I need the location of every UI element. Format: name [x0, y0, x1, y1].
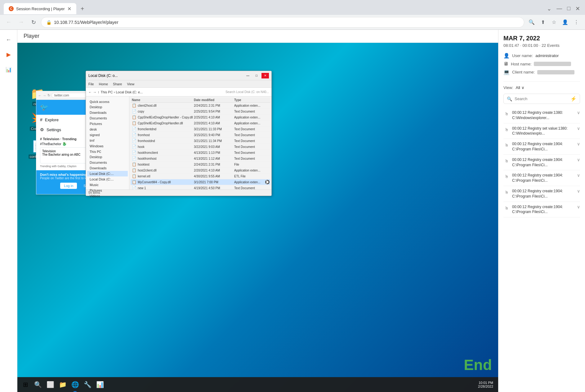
event-item-6[interactable]: 🖱 00:00:12 Registry create:1904: C:\Prog…	[503, 186, 580, 202]
fe-file-type: Application exten...	[234, 116, 271, 119]
fe-file-type: ETL File	[234, 175, 271, 178]
fe-sidebar-signed[interactable]: signed	[87, 132, 128, 138]
event-search-input[interactable]	[515, 96, 568, 101]
fe-sidebar-windows[interactable]: Windows	[87, 143, 128, 149]
fe-file-row-selected[interactable]: 📋MyConvertM4 - Copy.dll 3/1/2021 7:00 PM…	[131, 179, 270, 185]
fe-file-row[interactable]: 📄hookfromhost4/13/2021 1:12 AMText Docum…	[131, 156, 270, 162]
fe-sidebar-tmf[interactable]: tmf	[87, 138, 128, 143]
fe-file-date: 2/25/2021 9:54 PM	[194, 110, 234, 113]
fe-file-row[interactable]: 📋CppShellExtDragDropHandler.dll2/20/2021…	[131, 120, 270, 126]
taskbar-task-view[interactable]: ⬜	[45, 379, 56, 390]
twitter-browser-forward[interactable]: →	[43, 94, 46, 97]
new-tab-button[interactable]: +	[78, 4, 87, 14]
window-minimize-button[interactable]: —	[555, 4, 563, 13]
fe-sidebar-desk[interactable]: desk	[87, 127, 128, 132]
fe-restore-button[interactable]: □	[253, 73, 260, 78]
client-value-blurred	[537, 70, 574, 74]
window-close-button[interactable]: ✕	[574, 4, 581, 13]
event-expand-icon[interactable]: ∨	[577, 204, 580, 215]
file-dll-icon: 📋	[132, 168, 136, 172]
fe-sidebar-downloads[interactable]: Downloads	[87, 110, 128, 115]
twitter-browser-refresh[interactable]: ↻	[47, 93, 50, 97]
user-icon: 👤	[503, 53, 510, 59]
fe-file-row[interactable]: 📄hookfromclient4/13/2021 1:13 PMText Doc…	[131, 150, 270, 156]
file-explorer-window: Local Disk (C: o... — □ ✕ File Home Shar…	[86, 71, 272, 196]
taskbar-app2-icon[interactable]: 📊	[94, 379, 105, 390]
event-item-4[interactable]: 🖱 00:00:12 Registry create:1904: C:\Prog…	[503, 155, 580, 171]
fe-sidebar-local-disk[interactable]: Local Disk (C:...	[87, 171, 128, 176]
fe-file-row[interactable]: 📋host2client.dll2/20/2021 4:10 AMApplica…	[131, 167, 270, 173]
event-expand-icon[interactable]: ∨	[577, 157, 580, 168]
bookmark-icon[interactable]: ☆	[549, 17, 559, 27]
window-restore-button[interactable]: □	[566, 4, 572, 13]
fe-forward-nav[interactable]: →	[93, 90, 96, 94]
fe-sidebar-documents2[interactable]: Documents	[87, 160, 128, 165]
fe-file-row[interactable]: 📋hooktest2/24/2021 2:31 PMFile587 KB	[131, 162, 270, 167]
twitter-login-button[interactable]: Log in	[60, 182, 77, 189]
fe-file-row[interactable]: 📄fromhostdnd3/21/2021 11:34 PMText Docum…	[131, 138, 270, 144]
fe-file-row[interactable]: 📄fromclientdnd3/21/2021 11:33 PMText Doc…	[131, 126, 270, 132]
taskbar-search-icon[interactable]: 🔍	[32, 379, 43, 390]
fe-file-date: 2/20/2021 4:10 AM	[194, 169, 234, 172]
fe-close-button[interactable]: ✕	[261, 73, 269, 78]
taskbar-chrome[interactable]: 🌐	[69, 379, 81, 390]
event-expand-icon[interactable]: ∨	[577, 141, 580, 152]
nav-refresh-button[interactable]: ↻	[29, 17, 38, 27]
fe-this-pc-header: This PC	[87, 149, 128, 154]
share-icon[interactable]: ⬆	[538, 17, 548, 27]
nav-back-button[interactable]: ←	[4, 17, 14, 27]
fe-path: This PC › Local Disk (C: e...	[101, 90, 224, 94]
fe-sidebar-local-disk2[interactable]: Local Disk (C:...	[87, 176, 128, 182]
address-bar[interactable]: 🔒 10.108.77.51/WebPlayer/#/player	[41, 17, 524, 28]
fe-minimize-button[interactable]: —	[244, 73, 252, 78]
event-expand-icon[interactable]: ∨	[577, 189, 580, 199]
event-item-7[interactable]: 🖱 00:00:12 Registry create:1904: C:\Prog…	[503, 202, 580, 218]
user-label: User name:	[512, 53, 533, 58]
twitter-browser-back[interactable]: ←	[38, 94, 42, 97]
fe-home-menu[interactable]: Home	[99, 82, 108, 86]
fe-search-input[interactable]: Search Local Disk (C: on N40...	[226, 90, 269, 94]
browser-search-icon[interactable]: 🔍	[527, 17, 537, 27]
tab-close-button[interactable]: ✕	[67, 6, 71, 12]
taskbar-file-explorer[interactable]: 📁	[57, 379, 68, 390]
nav-forward-button[interactable]: →	[16, 17, 26, 27]
event-item-3[interactable]: 🖱 00:00:12 Registry create:1904: C:\Prog…	[503, 139, 580, 155]
fe-view-menu[interactable]: View	[127, 82, 134, 86]
fe-file-row[interactable]: 📄hook3/22/2021 9:03 AMText Document1 KB	[131, 144, 270, 150]
fe-back-nav[interactable]: ←	[88, 90, 92, 94]
fe-file-row[interactable]: 📄copy2/25/2021 9:54 PMText Document1 KB	[131, 109, 270, 114]
event-expand-icon[interactable]: ∨	[577, 173, 580, 183]
fe-title: Local Disk (C: o...	[88, 74, 118, 78]
active-tab[interactable]: C Session Recording | Player ✕	[4, 3, 76, 14]
fe-sidebar-documents[interactable]: Documents	[87, 115, 128, 121]
fe-sidebar-pictures[interactable]: Pictures	[87, 121, 128, 127]
fe-sidebar-desktop2[interactable]: Desktop	[87, 154, 128, 160]
fe-up-nav[interactable]: ↑	[98, 90, 100, 94]
event-expand-icon[interactable]: ∨	[577, 126, 580, 136]
fe-file-row[interactable]: 📄fromhost3/15/2021 9:40 PMText Document2…	[131, 132, 270, 138]
filter-icon[interactable]: ⚡	[570, 96, 577, 102]
fe-sidebar-desktop[interactable]: Desktop	[87, 104, 128, 110]
view-select[interactable]: All ∨	[516, 85, 525, 90]
profile-icon[interactable]: 👤	[560, 17, 570, 27]
sidebar-stats-button[interactable]: 📊	[2, 63, 15, 76]
event-item-2[interactable]: 🖱 00:00:12 Registry set value:1380: C:\W…	[503, 123, 580, 139]
event-registry-icon: 🖱	[503, 127, 510, 133]
sidebar-back-button[interactable]: ←	[2, 33, 15, 46]
fe-file-row[interactable]: 📄new 14/19/2021 4:50 PMText Document1 KB	[131, 185, 270, 189]
event-item-1[interactable]: 🖱 00:00:12 Registry create:1380: C:\Wind…	[503, 108, 580, 123]
sidebar-play-button[interactable]: ▶	[2, 48, 15, 61]
fe-file-row[interactable]: 📋kernel.etl4/30/2021 9:55 AMETL File7,61…	[131, 173, 270, 179]
fe-sidebar-downloads2[interactable]: Downloads	[87, 165, 128, 171]
event-item-5[interactable]: 🖱 00:00:12 Registry create:1904: C:\Prog…	[503, 170, 580, 186]
fe-file-menu[interactable]: File	[88, 82, 94, 86]
event-expand-icon[interactable]: ∨	[577, 110, 580, 121]
menu-icon[interactable]: ⋮	[571, 17, 581, 27]
fe-sidebar-music[interactable]: Music	[87, 182, 128, 188]
taskbar-app-icon[interactable]: 🔧	[82, 379, 93, 390]
taskbar-windows-icon[interactable]: ⊞	[20, 379, 31, 390]
fe-file-row[interactable]: 📋CppShellExtDragDropHandler - Copy.dll2/…	[131, 114, 270, 120]
fe-file-row[interactable]: 📋client2host.dll2/24/2021 2:31 PMApplica…	[131, 103, 270, 109]
fe-share-menu[interactable]: Share	[113, 82, 122, 86]
fe-file-name: 📄fromhost	[132, 133, 194, 137]
